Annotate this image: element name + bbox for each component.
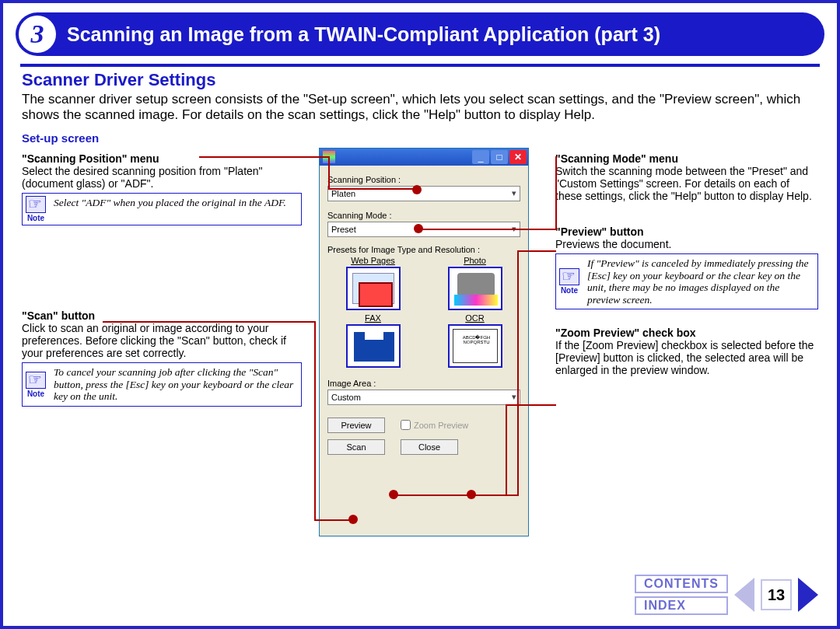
scanning-mode-value: Preset: [331, 225, 356, 234]
preset-photo-icon: [448, 267, 502, 310]
nav-buttons: CONTENTS INDEX: [635, 575, 728, 615]
section-title: Scanner Driver Settings: [22, 70, 818, 90]
callout-line: [418, 229, 557, 230]
preset-photo-label: Photo: [429, 256, 520, 265]
scan-button[interactable]: Scan: [327, 439, 385, 455]
preset-ocr-icon: [448, 324, 502, 368]
callout-title: "Zoom Preview" check box: [555, 327, 818, 339]
callout-title: "Preview" button: [555, 225, 818, 238]
pointing-hand-icon: [26, 196, 46, 213]
callout-body: Select the desired scanning position fro…: [22, 165, 302, 190]
note-box: Note Select "ADF" when you placed the or…: [22, 193, 302, 225]
left-column: "Scanning Position" menu Select the desi…: [22, 152, 302, 421]
callout-dot: [467, 490, 476, 499]
zoom-preview-label: Zoom Preview: [414, 421, 468, 430]
preset-web[interactable]: Web Pages: [327, 256, 418, 310]
callout-title: "Scanning Mode" menu: [555, 152, 818, 165]
preset-web-label: Web Pages: [327, 256, 418, 265]
close-window-button[interactable]: Close: [401, 439, 458, 455]
next-page-arrow[interactable]: [798, 578, 818, 612]
prev-page-arrow[interactable]: [734, 578, 754, 612]
zoom-preview-input[interactable]: [401, 420, 411, 430]
divider: [20, 64, 820, 67]
callout-line: [517, 250, 556, 252]
callout-body: Switch the scanning mode between the "Pr…: [555, 165, 818, 202]
preset-web-icon: [346, 267, 401, 310]
image-area-value: Custom: [331, 393, 361, 402]
callout-line: [199, 156, 328, 158]
callout-line: [506, 404, 556, 406]
note-box: Note To cancel your scanning job after c…: [22, 362, 302, 407]
pointing-hand-icon: [559, 268, 579, 285]
note-label: Note: [27, 214, 44, 222]
footer-nav: CONTENTS INDEX 13: [635, 575, 818, 615]
scanning-position-value: Platen: [331, 189, 355, 198]
callout-dot: [414, 224, 423, 233]
note-icon-cell: Note: [23, 194, 49, 225]
note-text: Select "ADF" when you placed the origina…: [49, 194, 301, 225]
callout-body: Click to scan an original or image accor…: [22, 322, 302, 359]
subsection-title: Set-up screen: [22, 131, 818, 145]
callout-line: [314, 321, 316, 520]
callout-scanning-position: "Scanning Position" menu Select the desi…: [22, 152, 302, 225]
preview-button[interactable]: Preview: [327, 418, 385, 433]
chapter-number: 3: [19, 16, 56, 53]
scanning-mode-label: Scanning Mode :: [327, 211, 520, 220]
window-titlebar: _ □ ✕: [320, 149, 528, 166]
preset-fax-label: FAX: [327, 313, 418, 323]
note-box: Note If "Preview" is canceled by immedia…: [555, 253, 818, 309]
note-text: To cancel your scanning job after clicki…: [49, 363, 301, 406]
right-column: "Scanning Mode" menu Switch the scanning…: [555, 152, 818, 391]
callout-line: [506, 404, 507, 494]
callout-dot: [412, 185, 422, 194]
callout-title: "Scan" button: [22, 309, 302, 322]
chapter-bar: 3 Scanning an Image from a TWAIN-Complia…: [16, 12, 824, 56]
scanner-setup-window: _ □ ✕ Scanning Position : Platen Scannin…: [319, 148, 529, 536]
minimize-button[interactable]: _: [472, 150, 489, 164]
pointing-hand-icon: [26, 372, 46, 389]
maximize-button[interactable]: □: [491, 150, 508, 164]
presets-label: Presets for Image Type and Resolution :: [327, 245, 520, 254]
image-area-select[interactable]: Custom: [327, 390, 520, 405]
preset-ocr-label: OCR: [429, 313, 520, 323]
image-area-label: Image Area :: [327, 379, 520, 388]
preset-photo[interactable]: Photo: [429, 256, 520, 310]
callout-line: [471, 494, 507, 496]
preset-fax[interactable]: FAX: [327, 313, 418, 368]
zoom-preview-checkbox[interactable]: Zoom Preview: [401, 420, 468, 430]
callout-scanning-mode: "Scanning Mode" menu Switch the scanning…: [555, 152, 818, 202]
callout-dot: [389, 490, 398, 499]
contents-button[interactable]: CONTENTS: [635, 575, 728, 593]
callout-title: "Scanning Position" menu: [22, 152, 302, 165]
note-label: Note: [561, 286, 578, 295]
callout-zoom-preview: "Zoom Preview" check box If the [Zoom Pr…: [555, 327, 818, 376]
callout-body: Previews the document.: [555, 238, 818, 250]
index-button[interactable]: INDEX: [635, 596, 728, 615]
callout-scan-button: "Scan" button Click to scan an original …: [22, 309, 302, 407]
callout-line: [517, 467, 519, 496]
note-icon-cell: Note: [556, 254, 583, 309]
window-row-preview: Preview Zoom Preview: [327, 418, 520, 433]
window-body: Scanning Position : Platen Scanning Mode…: [320, 166, 528, 461]
preset-ocr[interactable]: OCR: [429, 313, 520, 368]
note-text: If "Preview" is canceled by immediately …: [583, 254, 817, 309]
preset-fax-icon: [346, 324, 401, 368]
section-body: The scanner driver setup screen consists…: [22, 92, 818, 124]
callout-preview-button: "Preview" button Previews the document. …: [555, 225, 818, 309]
callout-body: If the [Zoom Preview] checkbox is select…: [555, 339, 818, 376]
note-icon-cell: Note: [23, 363, 49, 406]
preset-grid: Web Pages Photo FAX OCR: [327, 256, 520, 368]
callout-line: [314, 519, 353, 521]
callout-line: [517, 250, 519, 468]
callout-line: [328, 188, 414, 190]
callout-line: [328, 156, 330, 189]
scanning-position-label: Scanning Position :: [327, 175, 520, 184]
page: 3 Scanning an Image from a TWAIN-Complia…: [0, 0, 840, 629]
callout-dot: [348, 515, 358, 524]
note-label: Note: [27, 390, 44, 398]
close-button[interactable]: ✕: [509, 150, 527, 164]
content-area: "Scanning Position" menu Select the desi…: [8, 148, 832, 583]
window-row-scan: Scan Close: [327, 439, 520, 455]
callout-line: [103, 321, 316, 323]
chapter-title: Scanning an Image from a TWAIN-Compliant…: [67, 23, 660, 46]
